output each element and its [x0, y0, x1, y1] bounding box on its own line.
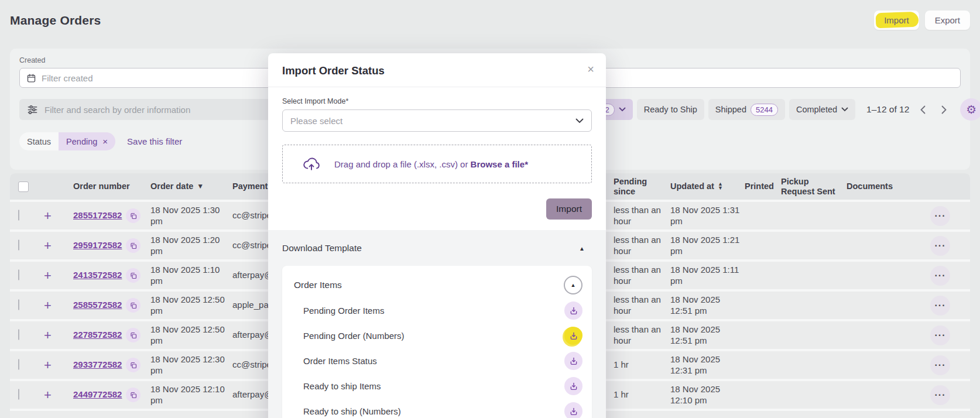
row-menu-icon[interactable]: ··· — [930, 326, 950, 345]
updated-at-cell: 18 Nov 2025 1:31 pm — [670, 205, 745, 227]
order-date-cell: 18 Nov 2025 1:20 pm — [150, 235, 232, 257]
pending-since-cell: less than an hour — [614, 294, 670, 317]
copy-icon[interactable] — [126, 298, 141, 313]
calendar-icon — [26, 73, 36, 83]
template-group-header: Order Items ▲ — [294, 272, 582, 298]
expand-row-icon[interactable]: + — [44, 358, 52, 372]
expand-row-icon[interactable]: + — [44, 328, 52, 342]
order-number-link[interactable]: 2959172582 — [73, 240, 122, 251]
collapse-group-icon[interactable]: ▲ — [564, 276, 582, 294]
download-icon[interactable] — [564, 402, 582, 418]
col-documents: Documents — [847, 181, 914, 191]
updated-at-cell: 18 Nov 2025 12:51 pm — [670, 294, 745, 317]
download-template-section: Download Template ▲ Order Items ▲ Pendin… — [268, 230, 606, 418]
col-pickup-request-sent: Pickup Request Sent — [781, 177, 847, 196]
modal-body: Select Import Mode* Please select Drag a… — [268, 87, 606, 220]
updated-at-cell: 18 Nov 2025 12:31 pm — [670, 354, 745, 376]
order-date-cell: 18 Nov 2025 1:10 pm — [150, 265, 232, 287]
select-all-checkbox[interactable] — [18, 181, 29, 192]
order-number-link[interactable]: 2855172582 — [73, 210, 122, 221]
template-group-card: Order Items ▲ Pending Order Items Pendin… — [282, 266, 592, 418]
top-bar: Manage Orders Import Export — [10, 11, 970, 30]
col-pending-since: Pending since — [614, 177, 670, 196]
import-button[interactable]: Import — [874, 11, 919, 30]
download-icon[interactable] — [564, 301, 582, 320]
order-date-cell: 18 Nov 2025 1:30 pm — [150, 205, 232, 227]
row-checkbox[interactable] — [18, 239, 19, 251]
order-date-cell: 18 Nov 2025 12:50 pm — [150, 294, 232, 317]
row-checkbox[interactable] — [18, 389, 19, 400]
close-icon[interactable]: × — [587, 63, 594, 76]
import-order-status-modal: Import Order Status × Select Import Mode… — [268, 53, 606, 418]
tab-ready-to-ship[interactable]: Ready to Ship — [637, 99, 704, 120]
shipped-count-badge: 5244 — [751, 104, 778, 116]
copy-icon[interactable] — [126, 268, 141, 283]
download-icon[interactable] — [564, 352, 582, 370]
expand-row-icon[interactable]: + — [44, 298, 52, 313]
save-filter-link[interactable]: Save this filter — [127, 136, 182, 146]
pagination-range: 1–12 of 12 — [866, 104, 909, 115]
pagination-next-button[interactable] — [937, 103, 951, 117]
copy-icon[interactable] — [126, 328, 141, 342]
row-menu-icon[interactable]: ··· — [930, 296, 950, 316]
row-checkbox[interactable] — [18, 269, 19, 280]
chip-status-value[interactable]: Pending × — [59, 132, 115, 150]
download-template-toggle[interactable]: Download Template ▲ — [282, 239, 592, 257]
table-settings-gear-icon[interactable]: ⚙ — [960, 98, 980, 121]
row-checkbox[interactable] — [18, 299, 19, 310]
col-order-date[interactable]: Order date ▼ — [150, 181, 232, 191]
row-checkbox[interactable] — [18, 359, 19, 370]
export-button[interactable]: Export — [925, 11, 970, 30]
file-dropzone[interactable]: Drag and drop a file (.xlsx, .csv) or Br… — [282, 145, 592, 183]
row-checkbox[interactable] — [18, 329, 19, 340]
order-number-link[interactable]: 2585572582 — [73, 300, 122, 311]
expand-row-icon[interactable]: + — [44, 208, 52, 223]
import-mode-select[interactable]: Please select — [282, 109, 592, 132]
row-menu-icon[interactable]: ··· — [930, 206, 950, 226]
download-icon-highlighted[interactable] — [564, 327, 582, 345]
download-icon[interactable] — [564, 377, 582, 395]
browse-file-link[interactable]: Browse a file* — [471, 159, 528, 169]
collapse-arrow-icon: ▲ — [579, 245, 585, 252]
copy-icon[interactable] — [126, 358, 141, 372]
order-number-link[interactable]: 2933772582 — [73, 359, 122, 371]
tab-completed[interactable]: Completed — [789, 99, 855, 120]
top-bar-actions: Import Export — [874, 11, 970, 30]
row-checkbox[interactable] — [18, 210, 19, 221]
upload-cloud-icon — [303, 156, 320, 172]
order-number-link[interactable]: 2413572582 — [73, 270, 122, 281]
modal-title: Import Order Status — [282, 64, 592, 77]
row-menu-icon[interactable]: ··· — [930, 266, 950, 286]
order-number-link[interactable]: 2278572582 — [73, 330, 122, 341]
order-number-link[interactable]: 2449772582 — [73, 389, 122, 400]
col-order-number: Order number — [73, 181, 150, 191]
copy-icon[interactable] — [126, 238, 141, 253]
pending-since-cell: less than an hour — [614, 324, 670, 347]
pagination-prev-button[interactable] — [916, 103, 930, 117]
manage-orders-screen: Manage Orders Import Export Created — [0, 0, 980, 418]
expand-row-icon[interactable]: + — [44, 268, 52, 283]
pending-since-cell: 1 hr — [614, 389, 670, 400]
expand-row-icon[interactable]: + — [44, 388, 52, 402]
col-updated-at[interactable]: Updated at ▲▼ — [670, 181, 745, 191]
copy-icon[interactable] — [126, 388, 141, 402]
row-menu-icon[interactable]: ··· — [930, 236, 950, 256]
updated-at-cell: 18 Nov 2025 1:11 pm — [670, 265, 745, 287]
dropzone-text: Drag and drop a file (.xlsx, .csv) or Br… — [334, 159, 528, 169]
sort-descending-icon: ▼ — [197, 183, 204, 191]
pending-since-cell: less than an hour — [614, 235, 670, 257]
remove-status-filter-icon[interactable]: × — [102, 136, 108, 146]
row-menu-icon[interactable]: ··· — [930, 385, 950, 405]
expand-row-icon[interactable]: + — [44, 238, 52, 253]
tab-shipped[interactable]: Shipped 5244 — [708, 99, 785, 120]
modal-import-button[interactable]: Import — [546, 198, 592, 220]
copy-icon[interactable] — [126, 208, 141, 223]
row-menu-icon[interactable]: ··· — [930, 355, 950, 375]
pending-since-cell: 1 hr — [614, 359, 670, 371]
col-printed: Printed — [745, 181, 781, 191]
pending-since-cell: less than an hour — [614, 265, 670, 287]
page-title: Manage Orders — [10, 13, 101, 28]
filter-sliders-icon — [27, 104, 38, 115]
status-filter-chip: Status Pending × — [19, 132, 115, 150]
sort-both-icon: ▲▼ — [718, 182, 723, 190]
